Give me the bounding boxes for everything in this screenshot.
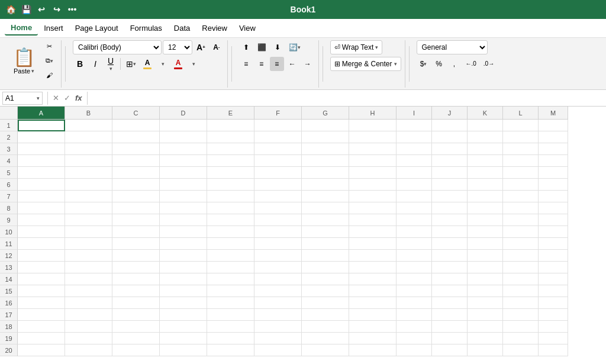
cell-L4[interactable] bbox=[503, 155, 539, 167]
cell-B20[interactable] bbox=[65, 344, 112, 356]
cell-C11[interactable] bbox=[112, 238, 160, 250]
row-header-20[interactable]: 20 bbox=[0, 344, 18, 356]
cell-B14[interactable] bbox=[65, 273, 112, 285]
align-center-button[interactable]: ≡ bbox=[254, 57, 269, 71]
row-header-12[interactable]: 12 bbox=[0, 250, 18, 262]
cell-K12[interactable] bbox=[468, 250, 503, 262]
cell-F19[interactable] bbox=[254, 333, 302, 344]
cell-B6[interactable] bbox=[65, 179, 112, 191]
cell-D6[interactable] bbox=[160, 179, 207, 191]
cell-B2[interactable] bbox=[65, 131, 112, 143]
cell-H9[interactable] bbox=[349, 214, 397, 226]
cell-E9[interactable] bbox=[207, 214, 254, 226]
cell-J9[interactable] bbox=[432, 214, 468, 226]
col-header-B[interactable]: B bbox=[65, 107, 112, 120]
increase-indent-button[interactable]: → bbox=[301, 57, 315, 71]
col-header-J[interactable]: J bbox=[432, 107, 468, 120]
cell-K9[interactable] bbox=[468, 214, 503, 226]
cell-K13[interactable] bbox=[468, 262, 503, 273]
borders-button[interactable]: ⊞▾ bbox=[123, 57, 139, 71]
cell-G15[interactable] bbox=[302, 285, 349, 297]
cell-F17[interactable] bbox=[254, 309, 302, 321]
cell-F3[interactable] bbox=[254, 143, 302, 155]
cell-K11[interactable] bbox=[468, 238, 503, 250]
cell-D1[interactable] bbox=[160, 120, 207, 131]
cell-J16[interactable] bbox=[432, 297, 468, 309]
row-header-3[interactable]: 3 bbox=[0, 143, 18, 155]
col-header-A[interactable]: A bbox=[18, 107, 65, 120]
cell-G7[interactable] bbox=[302, 191, 349, 202]
cell-A6[interactable] bbox=[18, 179, 65, 191]
col-header-L[interactable]: L bbox=[503, 107, 539, 120]
cell-M15[interactable] bbox=[539, 285, 568, 297]
cell-M7[interactable] bbox=[539, 191, 568, 202]
row-header-10[interactable]: 10 bbox=[0, 226, 18, 238]
cell-M4[interactable] bbox=[539, 155, 568, 167]
cell-H2[interactable] bbox=[349, 131, 397, 143]
cell-H8[interactable] bbox=[349, 202, 397, 214]
cell-J5[interactable] bbox=[432, 167, 468, 179]
cell-J14[interactable] bbox=[432, 273, 468, 285]
cell-D11[interactable] bbox=[160, 238, 207, 250]
formula-input[interactable] bbox=[92, 94, 604, 102]
cell-M18[interactable] bbox=[539, 321, 568, 333]
cell-G6[interactable] bbox=[302, 179, 349, 191]
cell-D12[interactable] bbox=[160, 250, 207, 262]
row-header-4[interactable]: 4 bbox=[0, 155, 18, 167]
function-button[interactable]: fx bbox=[75, 94, 82, 102]
cell-G20[interactable] bbox=[302, 344, 349, 356]
cell-E7[interactable] bbox=[207, 191, 254, 202]
cell-I9[interactable] bbox=[397, 214, 432, 226]
cell-H19[interactable] bbox=[349, 333, 397, 344]
cell-G3[interactable] bbox=[302, 143, 349, 155]
cell-E4[interactable] bbox=[207, 155, 254, 167]
cell-E16[interactable] bbox=[207, 297, 254, 309]
cell-D15[interactable] bbox=[160, 285, 207, 297]
cell-M9[interactable] bbox=[539, 214, 568, 226]
menu-review[interactable]: Review bbox=[196, 21, 233, 35]
cell-F7[interactable] bbox=[254, 191, 302, 202]
cell-I14[interactable] bbox=[397, 273, 432, 285]
cell-C10[interactable] bbox=[112, 226, 160, 238]
row-header-8[interactable]: 8 bbox=[0, 202, 18, 214]
underline-button[interactable]: U ▾ bbox=[104, 57, 118, 71]
cell-K17[interactable] bbox=[468, 309, 503, 321]
cell-D18[interactable] bbox=[160, 321, 207, 333]
cell-H15[interactable] bbox=[349, 285, 397, 297]
cell-J13[interactable] bbox=[432, 262, 468, 273]
cell-F15[interactable] bbox=[254, 285, 302, 297]
cell-C1[interactable] bbox=[112, 120, 160, 131]
cell-K16[interactable] bbox=[468, 297, 503, 309]
cell-H18[interactable] bbox=[349, 321, 397, 333]
cell-J15[interactable] bbox=[432, 285, 468, 297]
cell-F1[interactable] bbox=[254, 120, 302, 131]
cell-E20[interactable] bbox=[207, 344, 254, 356]
cell-I6[interactable] bbox=[397, 179, 432, 191]
font-name-select[interactable]: Calibri (Body) bbox=[73, 40, 162, 54]
cell-E10[interactable] bbox=[207, 226, 254, 238]
cell-H16[interactable] bbox=[349, 297, 397, 309]
cell-B4[interactable] bbox=[65, 155, 112, 167]
cell-L14[interactable] bbox=[503, 273, 539, 285]
cell-A14[interactable] bbox=[18, 273, 65, 285]
cell-G9[interactable] bbox=[302, 214, 349, 226]
decrease-decimal-button[interactable]: .0→ bbox=[481, 57, 497, 71]
cell-C20[interactable] bbox=[112, 344, 160, 356]
cell-F9[interactable] bbox=[254, 214, 302, 226]
col-header-K[interactable]: K bbox=[468, 107, 503, 120]
cell-K19[interactable] bbox=[468, 333, 503, 344]
cell-H20[interactable] bbox=[349, 344, 397, 356]
row-header-11[interactable]: 11 bbox=[0, 238, 18, 250]
cell-F18[interactable] bbox=[254, 321, 302, 333]
cell-F5[interactable] bbox=[254, 167, 302, 179]
cell-B9[interactable] bbox=[65, 214, 112, 226]
cell-L5[interactable] bbox=[503, 167, 539, 179]
cell-A7[interactable] bbox=[18, 191, 65, 202]
font-size-select[interactable]: 12 bbox=[163, 40, 192, 54]
cell-K14[interactable] bbox=[468, 273, 503, 285]
cell-K2[interactable] bbox=[468, 131, 503, 143]
cell-F16[interactable] bbox=[254, 297, 302, 309]
col-header-M[interactable]: M bbox=[539, 107, 568, 120]
cell-I7[interactable] bbox=[397, 191, 432, 202]
number-format-select[interactable]: General bbox=[417, 40, 488, 54]
